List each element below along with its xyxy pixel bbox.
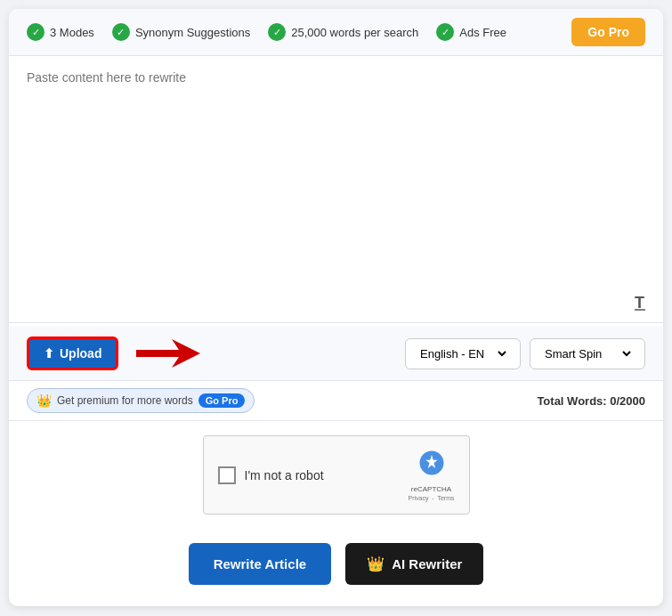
captcha-right: reCAPTCHA Privacy - Terms	[409, 449, 455, 501]
ai-rewriter-label: AI Rewriter	[392, 556, 462, 571]
captcha-label: I'm not a robot	[245, 468, 324, 482]
upload-label: Upload	[60, 346, 101, 361]
upload-icon: ⬆	[44, 346, 54, 361]
go-pro-button[interactable]: Go Pro	[571, 18, 645, 46]
ai-crown-icon: 👑	[367, 555, 385, 572]
captcha-box: I'm not a robot reCAPTCHA Privacy - Term…	[203, 435, 470, 515]
content-textarea[interactable]	[9, 56, 663, 323]
captcha-left: I'm not a robot	[218, 466, 324, 484]
premium-text: Get premium for more words	[57, 394, 193, 407]
check-icon-words: ✓	[268, 23, 286, 41]
crown-icon: 👑	[36, 393, 52, 408]
language-dropdown[interactable]: English - EN Spanish - ES French - FR Ge…	[405, 338, 521, 369]
captcha-checkbox[interactable]	[218, 466, 236, 484]
ai-rewriter-button[interactable]: 👑 AI Rewriter	[345, 543, 483, 585]
word-count: Total Words: 0/2000	[537, 394, 645, 408]
feature-modes: ✓ 3 Modes	[27, 23, 94, 41]
red-arrow	[129, 336, 200, 371]
feature-synonyms: ✓ Synonym Suggestions	[112, 23, 250, 41]
feature-words: ✓ 25,000 words per search	[268, 23, 418, 41]
features-bar: ✓ 3 Modes ✓ Synonym Suggestions ✓ 25,000…	[9, 9, 663, 56]
svg-text:T: T	[635, 294, 644, 312]
premium-badge: 👑 Get premium for more words Go Pro	[27, 388, 255, 413]
dropdowns: English - EN Spanish - ES French - FR Ge…	[405, 338, 645, 369]
language-select[interactable]: English - EN Spanish - ES French - FR Ge…	[417, 346, 509, 361]
captcha-section: I'm not a robot reCAPTCHA Privacy - Term…	[9, 421, 663, 529]
check-icon-ads: ✓	[436, 23, 454, 41]
action-buttons: Rewrite Article 👑 AI Rewriter	[9, 529, 663, 606]
feature-ads-label: Ads Free	[459, 26, 506, 39]
mode-select[interactable]: Smart Spin Ultra Spin Regular Spin	[541, 346, 634, 361]
controls-bar: ⬆ Upload English - EN Spanish - ES Frenc…	[9, 327, 663, 381]
textarea-section: T	[9, 56, 663, 327]
svg-marker-2	[136, 339, 200, 368]
feature-ads: ✓ Ads Free	[436, 23, 506, 41]
text-format-icon[interactable]: T	[633, 292, 652, 316]
recaptcha-brand: reCAPTCHA	[411, 485, 451, 493]
main-container: ✓ 3 Modes ✓ Synonym Suggestions ✓ 25,000…	[9, 9, 663, 606]
feature-words-label: 25,000 words per search	[291, 26, 418, 39]
check-icon-modes: ✓	[27, 23, 45, 41]
rewrite-article-button[interactable]: Rewrite Article	[189, 543, 331, 585]
check-icon-synonyms: ✓	[112, 23, 130, 41]
feature-modes-label: 3 Modes	[50, 26, 94, 39]
go-pro-badge[interactable]: Go Pro	[198, 393, 246, 408]
recaptcha-links: Privacy - Terms	[409, 495, 455, 501]
feature-synonyms-label: Synonym Suggestions	[135, 26, 250, 39]
upload-button[interactable]: ⬆ Upload	[27, 336, 118, 370]
recaptcha-terms[interactable]: Terms	[437, 495, 454, 501]
recaptcha-privacy[interactable]: Privacy	[409, 495, 429, 501]
info-bar: 👑 Get premium for more words Go Pro Tota…	[9, 381, 663, 421]
recaptcha-logo	[417, 449, 446, 483]
mode-dropdown[interactable]: Smart Spin Ultra Spin Regular Spin	[530, 338, 645, 369]
